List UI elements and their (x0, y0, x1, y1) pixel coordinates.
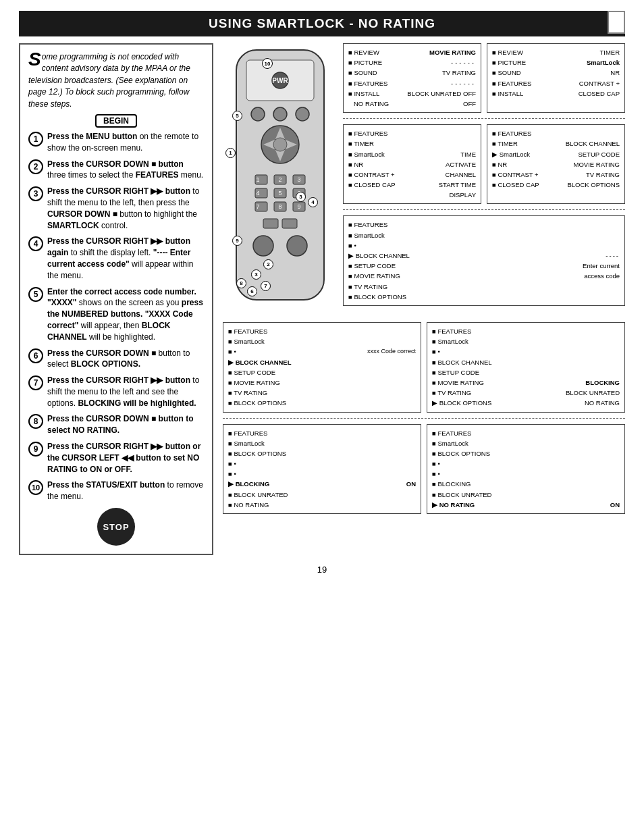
menu-box-4: ■ FEATURES ■ TIMERBLOCK CHANNEL ▶ SmartL… (487, 124, 625, 204)
step-1: 1 Press the MENU button on the remote to… (28, 131, 204, 154)
svg-text:5: 5 (278, 190, 281, 197)
step-8-num: 8 (28, 414, 43, 429)
svg-text:1: 1 (256, 176, 259, 183)
step-label-3: 3 (296, 192, 306, 202)
svg-point-2 (251, 107, 265, 121)
menu-box-6: ■ FEATURES ■ SmartLock ■ •xxxx Code corr… (223, 322, 421, 413)
step-8-text: Press the CURSOR DOWN ■ button to select… (47, 413, 204, 436)
menu-box-2: ■ REVIEWTIMER ■ PICTURESmartLock ■ SOUND… (487, 43, 625, 113)
step-2-text: Press the CURSOR DOWN ■ button three tim… (47, 159, 204, 182)
step-10-num: 10 (28, 480, 43, 495)
step-label-8: 8 (236, 278, 246, 288)
step-4-num: 4 (28, 236, 43, 251)
step-6: 6 Press the CURSOR DOWN ■ button to sele… (28, 348, 204, 371)
svg-text:PWR: PWR (272, 77, 288, 84)
svg-rect-21 (282, 219, 297, 228)
menu-box-9: ■ FEATURES ■ SmartLock ■ BLOCK OPTIONS ■… (427, 424, 625, 515)
menu-box-3: ■ FEATURES ■ TIMER ■ SmartLockTIME ■ NRA… (343, 124, 481, 204)
menu-box-8: ■ FEATURES ■ SmartLock ■ BLOCK OPTIONS ■… (223, 424, 421, 515)
step-10-text: Press the STATUS/EXIT but­ton to remove … (47, 479, 204, 502)
step-5-num: 5 (28, 287, 43, 302)
page-header: USING SMARTLOCK - NO RATING (19, 11, 625, 36)
step-7-text: Press the CURSOR RIGHT ▶▶ button to shif… (47, 375, 204, 409)
menu-box-5: ■ FEATURES ■ SmartLock ■ • ▶ BLOCK CHANN… (343, 215, 625, 306)
svg-rect-22 (253, 236, 273, 256)
step-1-text: Press the MENU button on the remote to s… (47, 131, 204, 154)
step-6-num: 6 (28, 348, 43, 363)
page-wrapper: USING SMARTLOCK - NO RATING S ome progra… (0, 11, 644, 581)
step-10: 10 Press the STATUS/EXIT but­ton to remo… (28, 479, 204, 502)
steps-list: 1 Press the MENU button on the remote to… (28, 131, 204, 502)
header-corner-box (608, 11, 625, 34)
step-label-6: 6 (247, 286, 257, 296)
left-column: S ome programming is not encoded with co… (19, 43, 213, 555)
step-label-4: 4 (308, 197, 318, 207)
header-title: USING SMARTLOCK - NO RATING (209, 16, 435, 30)
step-9-num: 9 (28, 442, 43, 457)
intro-text: ome programming is not encoded with cont… (28, 52, 190, 109)
remote-illustration: PWR 1 2 3 4 5 6 7 8 9 10 5 (223, 43, 338, 315)
svg-text:4: 4 (256, 190, 259, 197)
step-3-text: Press the CURSOR RIGHT ▶▶ button to shif… (47, 186, 204, 231)
step-2-num: 2 (28, 159, 43, 174)
step-8: 8 Press the CURSOR DOWN ■ button to sele… (28, 413, 204, 436)
svg-point-3 (273, 107, 287, 121)
right-column: PWR 1 2 3 4 5 6 7 8 9 10 5 (223, 43, 625, 514)
remote-svg: PWR 1 2 3 4 5 6 7 8 9 (223, 43, 338, 313)
step-label-10: 10 (262, 58, 273, 69)
svg-text:9: 9 (297, 203, 300, 210)
step-5-text: Enter the correct access code number. "X… (47, 286, 204, 343)
step-3-num: 3 (28, 186, 43, 201)
step-7: 7 Press the CURSOR RIGHT ▶▶ button to sh… (28, 375, 204, 409)
menu-box-1: ■ REVIEWMOVIE RATING ■ PICTURE------ ■ S… (343, 43, 481, 113)
svg-text:8: 8 (278, 203, 281, 210)
step-2: 2 Press the CURSOR DOWN ■ button three t… (28, 159, 204, 182)
step-label-1: 1 (225, 148, 236, 158)
svg-text:7: 7 (256, 203, 259, 210)
step-label-7: 7 (261, 281, 271, 291)
step-4-text: Press the CURSOR RIGHT ▶▶ button again t… (47, 236, 204, 281)
step-7-num: 7 (28, 375, 43, 390)
step-5: 5 Enter the correct access code number. … (28, 286, 204, 343)
menu-box-7: ■ FEATURES ■ SmartLock ■ • ■ BLOCK CHANN… (427, 322, 625, 413)
step-9: 9 Press the CURSOR RIGHT ▶▶ button or th… (28, 441, 204, 475)
step-6-text: Press the CURSOR DOWN ■ button to select… (47, 348, 204, 371)
step-label-3b: 3 (251, 269, 261, 280)
step-9-text: Press the CURSOR RIGHT ▶▶ button or the … (47, 441, 204, 475)
stop-badge: STOP (97, 508, 135, 546)
intro-paragraph: S ome programming is not encoded with co… (28, 51, 204, 110)
svg-text:2: 2 (278, 176, 281, 183)
svg-rect-23 (287, 236, 307, 256)
svg-point-10 (273, 138, 287, 151)
step-1-num: 1 (28, 132, 43, 147)
step-label-2: 2 (263, 259, 273, 269)
step-label-9: 9 (232, 236, 242, 246)
begin-badge: BEGIN (95, 114, 137, 128)
svg-text:3: 3 (297, 176, 300, 183)
step-3: 3 Press the CURSOR RIGHT ▶▶ button to sh… (28, 186, 204, 231)
svg-rect-20 (263, 219, 278, 228)
step-4: 4 Press the CURSOR RIGHT ▶▶ button again… (28, 236, 204, 281)
step-label-5: 5 (232, 111, 242, 121)
page-number: 19 (0, 565, 644, 581)
svg-point-4 (296, 107, 309, 121)
